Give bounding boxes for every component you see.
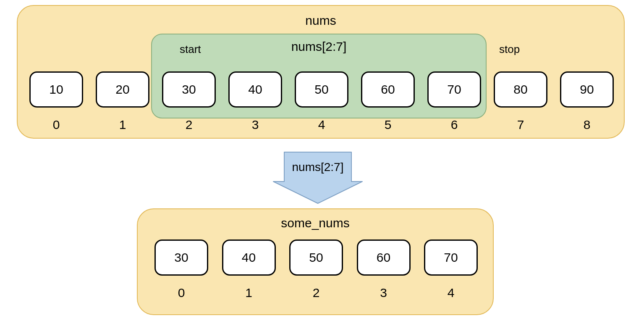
svg-marker-0 xyxy=(273,152,362,203)
slice-expression-label: nums[2:7] xyxy=(152,39,486,54)
nums-index: 5 xyxy=(385,118,392,132)
nums-index: 2 xyxy=(186,118,193,132)
some-nums-title: some_nums xyxy=(138,216,493,230)
some-nums-index: 1 xyxy=(245,286,252,300)
stop-label: stop xyxy=(499,43,520,56)
nums-item: 20 1 xyxy=(96,71,149,132)
nums-cell: 60 xyxy=(361,71,415,108)
some-nums-item: 30 0 xyxy=(154,239,208,300)
some-nums-item: 50 2 xyxy=(289,239,343,300)
nums-item: 10 0 xyxy=(29,71,83,132)
arrow-label: nums[2:7] xyxy=(272,160,364,174)
nums-index: 1 xyxy=(119,118,126,132)
some-nums-item: 60 3 xyxy=(357,239,411,300)
start-label: start xyxy=(180,43,201,56)
nums-index: 4 xyxy=(318,118,325,132)
arrow-down-icon xyxy=(272,150,364,205)
nums-cell: 20 xyxy=(96,71,149,108)
nums-cell: 30 xyxy=(162,71,216,108)
some-nums-list-container: some_nums 30 0 40 1 50 2 60 3 70 4 xyxy=(137,208,494,315)
some-nums-cell: 30 xyxy=(154,239,208,276)
nums-index: 3 xyxy=(252,118,259,132)
nums-cell: 10 xyxy=(29,71,83,108)
some-nums-values-row: 30 0 40 1 50 2 60 3 70 4 xyxy=(154,239,478,300)
nums-cell: 40 xyxy=(228,71,282,108)
nums-list-container: nums nums[2:7] start stop 10 0 20 1 30 2… xyxy=(17,5,625,139)
nums-index: 8 xyxy=(584,118,591,132)
some-nums-cell: 70 xyxy=(424,239,478,276)
nums-item: 60 5 xyxy=(361,71,415,132)
nums-index: 7 xyxy=(517,118,524,132)
some-nums-index: 4 xyxy=(448,286,455,300)
some-nums-item: 40 1 xyxy=(222,239,276,300)
some-nums-index: 0 xyxy=(178,286,185,300)
nums-cell: 50 xyxy=(295,71,348,108)
nums-item: 50 4 xyxy=(295,71,348,132)
nums-item: 40 3 xyxy=(228,71,282,132)
slice-arrow: nums[2:7] xyxy=(272,150,364,205)
nums-cell: 90 xyxy=(560,71,614,108)
nums-item: 30 2 xyxy=(162,71,216,132)
nums-cell: 70 xyxy=(427,71,481,108)
some-nums-cell: 60 xyxy=(357,239,411,276)
nums-item: 80 7 xyxy=(494,71,547,132)
nums-values-row: 10 0 20 1 30 2 40 3 50 4 60 5 xyxy=(29,71,614,132)
nums-title: nums xyxy=(18,13,624,28)
some-nums-item: 70 4 xyxy=(424,239,478,300)
nums-item: 70 6 xyxy=(427,71,481,132)
some-nums-index: 2 xyxy=(313,286,320,300)
some-nums-index: 3 xyxy=(380,286,387,300)
nums-cell: 80 xyxy=(494,71,547,108)
nums-item: 90 8 xyxy=(560,71,614,132)
some-nums-cell: 50 xyxy=(289,239,343,276)
nums-index: 0 xyxy=(53,118,60,132)
some-nums-cell: 40 xyxy=(222,239,276,276)
nums-index: 6 xyxy=(451,118,458,132)
